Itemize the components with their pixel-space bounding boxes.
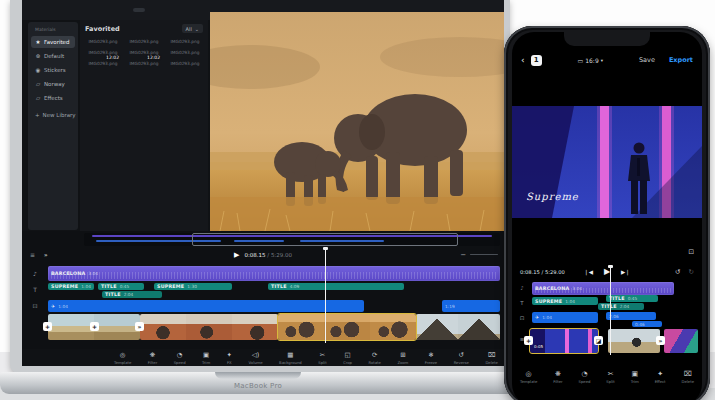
minimap-viewport[interactable]	[192, 233, 458, 246]
media-item[interactable]: IMG0293.png	[167, 48, 203, 55]
text-clip[interactable]: SUPREME1:04	[532, 297, 598, 305]
sticker-clip[interactable]: ✈ 1:04	[48, 300, 364, 312]
toolbar-button[interactable]: ⌧ Delete	[485, 352, 497, 365]
phone-clip-beach[interactable]	[608, 329, 660, 353]
toolbar-button[interactable]: ◎ Template	[114, 352, 131, 365]
export-button[interactable]: Export	[669, 56, 693, 64]
text-track-icon[interactable]: T	[31, 286, 39, 293]
add-marker-icon[interactable]: »	[44, 251, 48, 258]
video-clip-pyramids[interactable]	[416, 314, 500, 340]
media-item[interactable]: 12:02 IMG0293.png	[85, 37, 121, 44]
zoom-out-button[interactable]: −	[460, 251, 466, 259]
toolbar-button[interactable]: ◔ Speed	[579, 370, 591, 384]
toolbar-button[interactable]: ◁) Volume	[249, 352, 263, 365]
toolbar-button[interactable]: ✂ Split	[318, 352, 326, 365]
sticker-track-icon[interactable]: ⊡	[31, 302, 39, 309]
sticker-clip[interactable]: 0:46	[632, 321, 662, 327]
text-clip[interactable]: SUPREME1:30	[154, 283, 232, 290]
transition-button[interactable]: ◪	[594, 336, 603, 345]
undo-button[interactable]: ↺	[675, 268, 680, 276]
toolbar-button[interactable]: ▦ Background	[279, 352, 302, 365]
text-clip[interactable]: SUPREME1:04	[48, 283, 94, 290]
sidebar-item[interactable]: ◉ Stickers	[31, 64, 75, 76]
play-button[interactable]: ▶	[234, 251, 239, 259]
text-track-icon[interactable]: T	[518, 300, 526, 306]
toolbar-button[interactable]: ◱ Crop	[343, 352, 352, 365]
timeline-minimap[interactable]	[84, 233, 500, 246]
playhead[interactable]	[325, 247, 326, 343]
text-clip[interactable]: TITLE2:04	[102, 291, 162, 298]
library-filter-dropdown[interactable]: All ⌄	[182, 24, 203, 33]
media-item[interactable]: IMG0293.png	[126, 48, 162, 55]
toolbar-label: Background	[279, 360, 302, 365]
music-track-icon[interactable]: ♪	[31, 270, 39, 277]
media-item[interactable]: IMG0293.png	[126, 59, 162, 66]
video-preview[interactable]	[210, 12, 504, 231]
media-item[interactable]: 12:02 IMG0293.png	[126, 37, 162, 44]
toolbar-button[interactable]: ◔ Speed	[174, 352, 186, 365]
toolbar-button[interactable]: ↺ Reverse	[454, 352, 469, 365]
toolbar-button[interactable]: ❋ Filter	[553, 370, 562, 384]
sticker-track-icon[interactable]: ⊡	[518, 315, 526, 321]
toolbar-button[interactable]: ◎ Template	[520, 370, 537, 384]
toolbar-button[interactable]: ✦ FX	[227, 352, 232, 365]
music-clip[interactable]: BARCELONA 3:04	[48, 266, 500, 281]
media-item[interactable]: IMG0293.png	[167, 59, 203, 66]
toolbar-button[interactable]: ❋ Filter	[148, 352, 157, 365]
sticker-clip[interactable]: 1:19	[442, 300, 500, 312]
aspect-ratio-selector[interactable]: ▭ 16:9 ▾	[578, 57, 603, 64]
sticker-clip[interactable]: ✈ 1:04	[532, 312, 598, 323]
music-clip[interactable]: BARCELONA 3:04	[532, 282, 674, 295]
iphone: ‹ 1 ▭ 16:9 ▾ Save Export	[504, 26, 710, 400]
text-clip[interactable]: TITLE0:45	[98, 283, 144, 290]
marker-badge[interactable]: »	[135, 322, 144, 331]
toolbar-button[interactable]: ⊞ Zoom	[397, 352, 408, 365]
new-library-button[interactable]: + New Library	[31, 108, 75, 122]
sidebar-item[interactable]: ★ Favorited	[31, 36, 75, 48]
media-item[interactable]: IMG0293.png	[167, 37, 203, 44]
sidebar-item[interactable]: ▱ Norway	[31, 78, 75, 90]
toolbar-icon: ❋	[555, 370, 561, 378]
toolbar-button[interactable]: ✦ Effect	[655, 370, 666, 384]
toolbar-button[interactable]: ▣ Trim	[202, 352, 210, 365]
text-clip[interactable]: TITLE0:45	[606, 295, 658, 302]
redo-button[interactable]: ↻	[689, 268, 694, 276]
toolbar-button[interactable]: ✂ Split	[606, 370, 614, 384]
marker-badge[interactable]: »	[656, 336, 665, 345]
tab[interactable]	[108, 8, 120, 12]
phone-clip-selected[interactable]	[530, 329, 598, 353]
sticker-clip[interactable]: 2:06	[606, 312, 656, 320]
music-track-icon[interactable]: ♪	[518, 285, 526, 291]
tab[interactable]	[158, 8, 170, 12]
transition-button[interactable]: +	[43, 322, 52, 331]
text-clip[interactable]: TITLE2:04	[598, 303, 644, 310]
toolbar-label: Template	[520, 379, 537, 384]
transition-button[interactable]: +	[90, 322, 99, 331]
toolbar-button[interactable]: ⟳ Rotate	[368, 352, 380, 365]
toolbar-button[interactable]: ❄ Freeze	[425, 352, 437, 365]
text-clip[interactable]: TITLE4:09	[268, 283, 404, 290]
tab[interactable]	[183, 8, 195, 12]
sidebar-item[interactable]: ⊛ Default	[31, 50, 75, 62]
aspect-icon: ▭	[578, 57, 584, 64]
back-button[interactable]: ‹	[521, 55, 525, 65]
phone-video-preview[interactable]: Supreme	[512, 106, 702, 218]
video-clip-bison[interactable]	[140, 314, 278, 340]
tab[interactable]	[133, 8, 145, 12]
video-clip-elephants-selected[interactable]	[278, 314, 416, 340]
sidebar-item[interactable]: ▱ Effects	[31, 92, 75, 104]
collapse-tracks-icon[interactable]: ≡	[30, 251, 35, 258]
next-frame-button[interactable]: ▶❘	[621, 269, 630, 275]
toolbar-icon: ⌧	[488, 352, 496, 359]
fullscreen-icon[interactable]: ⊡	[688, 248, 694, 256]
media-item[interactable]: IMG0293.png	[85, 48, 121, 55]
phone-clip-colorful[interactable]	[664, 329, 698, 353]
save-button[interactable]: Save	[639, 56, 655, 64]
prev-frame-button[interactable]: ❘◀	[584, 269, 593, 275]
add-clip-button[interactable]: +	[524, 336, 533, 345]
phone-playhead[interactable]	[610, 265, 611, 355]
timeline-zoom-slider[interactable]	[470, 254, 498, 256]
toolbar-button[interactable]: ⌧ Delete	[682, 370, 694, 384]
media-item[interactable]: IMG0293.png	[85, 59, 121, 66]
toolbar-button[interactable]: ▣ Trim	[631, 370, 639, 384]
